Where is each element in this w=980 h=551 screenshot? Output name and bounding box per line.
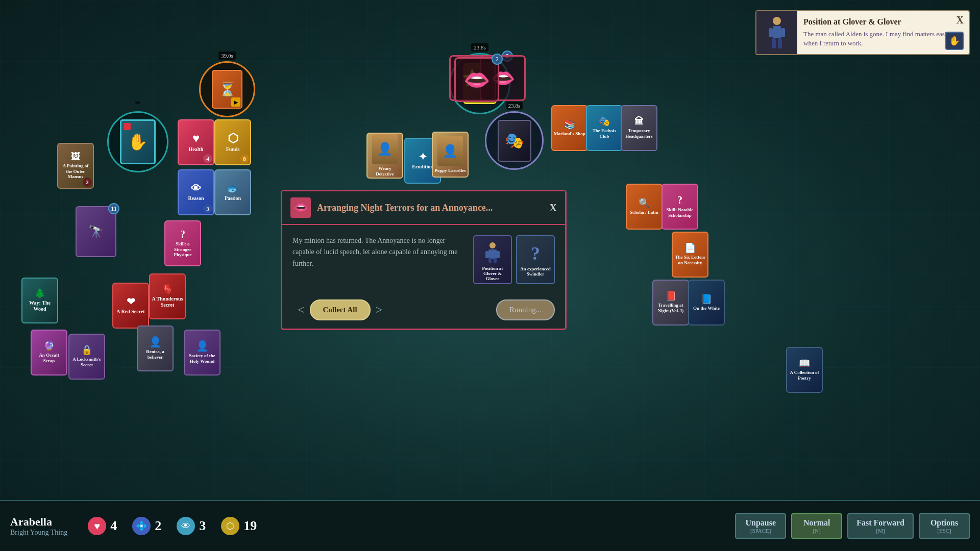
stat-blue: 💠 2 [132,517,161,535]
player-info: Arabella Bright Young Thing [10,515,67,537]
svg-rect-11 [494,258,497,263]
svg-point-0 [773,17,781,25]
card-society[interactable]: 👤 Society of the Holy Wound [184,330,220,375]
svg-rect-7 [488,249,497,259]
player-subtitle: Bright Young Thing [10,529,67,537]
stat-funds-icon: ⬡ [221,517,239,535]
dialog-card-swindler[interactable]: ? An experienced Swindler [516,235,555,284]
dialog-header: 👄 Arranging Night Terrors for an Annoyan… [282,191,565,225]
card-six-letters[interactable]: 📄 The Six Letters on Necessity [672,232,708,278]
card-ecdysis-club[interactable]: 🎭 The Ecdysis Club [586,105,623,151]
svg-rect-8 [485,251,488,258]
unpause-button[interactable]: Unpause [SPACE] [735,513,786,539]
dialog-footer: < Collect All > Running... [282,294,565,329]
dialog-nav-right[interactable]: > [371,303,388,317]
card-poppy[interactable]: 👤 Poppy Lascelles [432,132,469,178]
notification-icon: ✋ [945,32,964,50]
bottom-bar: Arabella Bright Young Thing ♥ 4 💠 2 👁 3 [0,500,980,551]
timer-work: 23.8s [471,43,488,52]
card-skill-scholarship[interactable]: ? Skill: Notable Scholarship [662,184,698,230]
stat-blue-value: 2 [155,518,161,534]
card-red-secret[interactable]: ❤ A Red Secret [112,283,149,329]
stat-health: ♥ 4 [88,517,117,535]
dialog-result-cards: Position at Glover & Glover ? An experie… [473,235,555,284]
card-morlands-shop[interactable]: 📚 Morland's Shop [551,105,588,151]
card-funds[interactable]: ⬡ Funds 8 [214,119,251,165]
dialog-body: My minion has returned. The Annoyance is… [282,225,565,294]
dialog-header-icon: 👄 [290,197,311,218]
card-telescope[interactable]: 🔭 11 [76,206,116,257]
svg-rect-3 [781,28,785,37]
timer-mystery: 23.8s [506,102,523,110]
card-occult-scrap[interactable]: 🔮 An Occult Scrap [31,330,67,375]
card-collection-poetry[interactable]: 📖 A Collection of Poetry [786,347,823,393]
options-button[interactable]: Options [ESC] [919,513,970,539]
stat-funds: ⬡ 19 [221,517,257,535]
svg-point-6 [489,242,496,248]
desire-slot-2[interactable]: 👄 2 [454,57,499,102]
svg-rect-5 [778,38,782,48]
card-health[interactable]: ♥ Health 4 [178,119,214,165]
card-temporary-hq[interactable]: 🏛 Temporary Headquarters [621,105,657,151]
verb-slot-work-main[interactable]: ✋ [107,111,168,172]
card-locksmith[interactable]: 🔒 A Locksmith's Secret [68,334,105,380]
stat-health-value: 4 [110,518,117,534]
stat-reason: 👁 3 [177,517,206,535]
card-scholar-latin[interactable]: 🔍 Scholar: Latin [626,184,663,230]
card-passion[interactable]: 🐟 Passion [214,169,251,215]
notification-title: Position at Glover & Glover [803,17,963,27]
collect-all-button[interactable]: Collect All [310,299,371,320]
stat-reason-value: 3 [199,518,206,534]
timer-study: 39.0s [218,52,236,60]
card-thunderous-secret[interactable]: 🫀 A Thunderous Secret [149,273,186,319]
card-on-the-white[interactable]: 📘 On the White [688,280,725,325]
notification-image [756,11,797,54]
card-painting[interactable]: 🖼 A Painting of the Outer Mansus 2 [57,143,94,189]
verb-slot-study[interactable]: 39.0s ⏳ ▶ [199,61,255,117]
stat-funds-value: 19 [243,518,257,534]
stat-blue-icon: 💠 [132,517,151,535]
stat-health-icon: ♥ [88,517,106,535]
player-name: Arabella [10,515,67,529]
verb-slot-mystery[interactable]: 23.8s 🎭 [485,111,544,170]
svg-rect-10 [488,258,492,263]
stat-reason-icon: 👁 [177,517,195,535]
card-weary-detective[interactable]: 👤 Weary Detective [366,133,403,179]
notification-content: Position at Glover & Glover The man call… [797,11,969,54]
svg-rect-1 [773,26,781,38]
notification-popup: Position at Glover & Glover The man call… [755,10,970,55]
notification-close-button[interactable]: X [957,14,964,26]
notification-text: The man called Alden is gone. I may find… [803,30,963,48]
game-board: 39.0s ⏳ ▶ 23.8s 2 💡 ✋ 23.8s 🎭 ⭐ [0,0,980,551]
dialog-close-button[interactable]: X [550,202,557,214]
running-indicator: Running... [496,299,555,320]
normal-button[interactable]: Normal [N] [791,513,842,539]
svg-rect-9 [497,251,500,258]
card-renira[interactable]: 👤 Renira, a believer [137,325,174,371]
dialog-body-text: My minion has returned. The Annoyance is… [292,235,463,284]
card-reason[interactable]: 👁 Reason 3 [178,169,214,215]
timer-work-main [135,102,140,104]
card-skill-physique[interactable]: ? Skill: a Stronger Physique [164,220,201,266]
dialog-night-terrors: 👄 Arranging Night Terrors for an Annoyan… [281,190,567,330]
card-travelling-night[interactable]: 📕 Travelling at Night (Vol. I) [652,280,689,325]
dialog-card-position[interactable]: Position at Glover & Glover [473,235,512,284]
svg-rect-4 [772,38,776,48]
dialog-nav-left[interactable]: < [292,303,310,317]
fast-forward-button[interactable]: Fast Forward [M] [847,513,914,539]
svg-rect-2 [769,28,773,37]
bottom-buttons: Unpause [SPACE] Normal [N] Fast Forward … [735,513,970,539]
dialog-title: Arranging Night Terrors for an Annoyance… [317,203,544,213]
card-way-wood[interactable]: 🌲 Way: The Wood [21,278,58,323]
